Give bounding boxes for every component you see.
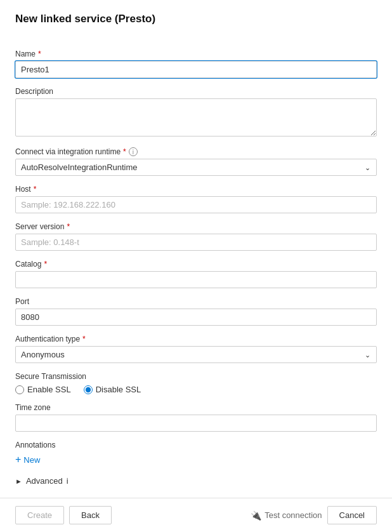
description-field-group: Description <box>15 87 377 138</box>
disable-ssl-option[interactable]: Disable SSL <box>84 385 141 394</box>
description-input[interactable] <box>15 98 377 136</box>
description-label: Description <box>15 87 377 96</box>
catalog-input[interactable] <box>15 271 377 288</box>
integration-runtime-label: Connect via integration runtime * i <box>15 147 377 156</box>
auth-type-field-group: Authentication type * Anonymous ⌄ <box>15 335 377 363</box>
advanced-info-icon[interactable]: i <box>67 476 69 486</box>
advanced-chevron-icon: ► <box>15 477 22 485</box>
auth-type-select[interactable]: Anonymous <box>15 346 377 363</box>
footer: Create Back 🔌 Test connection Cancel <box>0 498 392 532</box>
server-version-required-indicator: * <box>67 222 70 231</box>
integration-runtime-select-wrapper: AutoResolveIntegrationRuntime ⌄ <box>15 159 377 176</box>
enable-ssl-radio[interactable] <box>15 385 24 394</box>
test-connection-label: Test connection <box>265 510 322 520</box>
host-input[interactable] <box>15 196 377 213</box>
integration-runtime-required-indicator: * <box>123 147 126 156</box>
secure-transmission-label: Secure Transmission <box>15 372 377 381</box>
port-field-group: Port <box>15 297 377 326</box>
auth-type-label: Authentication type * <box>15 335 377 343</box>
disable-ssl-radio[interactable] <box>84 385 93 394</box>
cancel-button[interactable]: Cancel <box>327 506 377 524</box>
auth-type-select-wrapper: Anonymous ⌄ <box>15 346 377 363</box>
plus-icon: + <box>15 455 21 465</box>
secure-transmission-field-group: Secure Transmission Enable SSL Disable S… <box>15 372 377 394</box>
create-button[interactable]: Create <box>15 506 64 524</box>
catalog-field-group: Catalog * <box>15 260 377 288</box>
name-field-group: Name * <box>15 50 377 78</box>
advanced-label: Advanced <box>26 476 63 486</box>
integration-runtime-select[interactable]: AutoResolveIntegrationRuntime <box>15 159 377 176</box>
add-annotation-label: New <box>23 455 40 465</box>
test-connection-button[interactable]: 🔌 Test connection <box>251 510 322 521</box>
name-input[interactable] <box>15 61 377 78</box>
integration-runtime-info-icon[interactable]: i <box>129 147 138 156</box>
footer-right-actions: 🔌 Test connection Cancel <box>251 506 377 524</box>
server-version-input[interactable] <box>15 234 377 251</box>
timezone-field-group: Time zone <box>15 403 377 432</box>
host-field-group: Host * <box>15 185 377 213</box>
auth-type-required-indicator: * <box>82 335 86 343</box>
plug-icon: 🔌 <box>251 510 261 521</box>
disable-ssl-label: Disable SSL <box>96 385 141 394</box>
enable-ssl-option[interactable]: Enable SSL <box>15 385 71 394</box>
server-version-label: Server version * <box>15 222 377 231</box>
host-required-indicator: * <box>34 185 37 194</box>
add-annotation-button[interactable]: + New <box>15 453 40 466</box>
advanced-section[interactable]: ► Advanced i <box>15 476 377 486</box>
port-label: Port <box>15 297 377 306</box>
timezone-input[interactable] <box>15 415 377 432</box>
catalog-required-indicator: * <box>44 260 47 269</box>
name-required-indicator: * <box>38 50 41 58</box>
secure-transmission-radio-group: Enable SSL Disable SSL <box>15 385 377 394</box>
footer-left-actions: Create Back <box>15 506 112 524</box>
integration-runtime-field-group: Connect via integration runtime * i Auto… <box>15 147 377 176</box>
annotations-field-group: Annotations + New <box>15 441 377 466</box>
annotations-label: Annotations <box>15 441 377 449</box>
timezone-label: Time zone <box>15 403 377 412</box>
back-button[interactable]: Back <box>69 506 112 524</box>
page-title: New linked service (Presto) <box>15 13 377 25</box>
server-version-field-group: Server version * <box>15 222 377 251</box>
host-label: Host * <box>15 185 377 194</box>
enable-ssl-label: Enable SSL <box>27 385 71 394</box>
port-input[interactable] <box>15 309 377 326</box>
catalog-label: Catalog * <box>15 260 377 269</box>
name-label: Name * <box>15 50 377 58</box>
